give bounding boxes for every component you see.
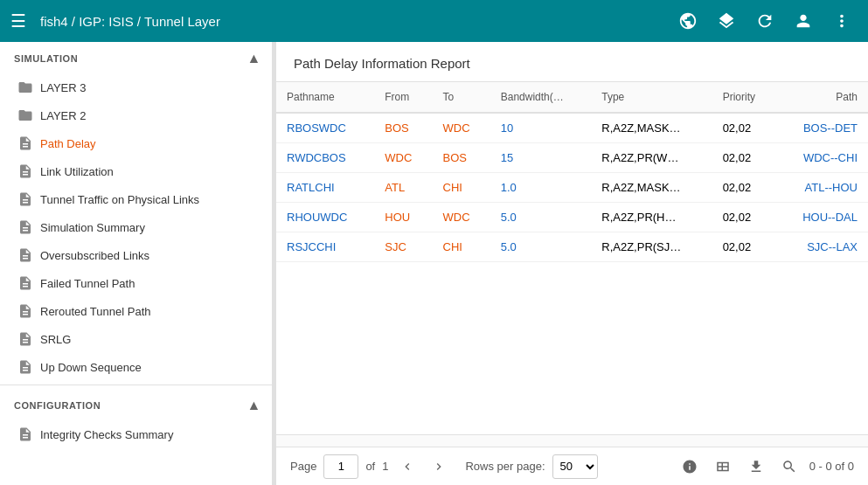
- cell-bandwidth: 10: [490, 113, 592, 143]
- sidebar-item-srlg[interactable]: SRLG: [0, 325, 272, 353]
- sidebar-item-label: LAYER 2: [40, 109, 87, 122]
- cell-path: BOS--DET: [776, 113, 868, 143]
- cell-path: WDC--CHI: [776, 143, 868, 173]
- info-button[interactable]: [677, 454, 703, 480]
- cell-path: HOU--DAL: [776, 203, 868, 232]
- cell-from: SJC: [374, 232, 432, 262]
- sidebar: SIMULATION ▲ LAYER 3 LAYER 2 Path Delay …: [0, 42, 273, 485]
- cell-priority: 02,02: [712, 113, 777, 143]
- prev-page-button[interactable]: [395, 454, 420, 479]
- configuration-section-header[interactable]: CONFIGURATION ▲: [0, 389, 272, 420]
- cell-priority: 02,02: [712, 173, 777, 203]
- download-button[interactable]: [743, 454, 769, 480]
- pagination-count: 0 - 0 of 0: [809, 460, 854, 473]
- cell-from: WDC: [374, 143, 432, 173]
- cell-pathname: RWDCBOS: [276, 143, 374, 173]
- col-priority[interactable]: Priority: [712, 82, 777, 113]
- sidebar-item-sim-summary[interactable]: Simulation Summary: [0, 213, 272, 241]
- columns-button[interactable]: [710, 454, 736, 480]
- sidebar-item-integrity-checks[interactable]: Integrity Checks Summary: [0, 420, 272, 448]
- menu-icon[interactable]: ☰: [10, 10, 26, 31]
- sidebar-item-label: Oversubscribed Links: [40, 249, 149, 262]
- content-area: Path Delay Information Report Pathname F…: [276, 42, 868, 485]
- col-bandwidth[interactable]: Bandwidth(…: [490, 82, 592, 113]
- search-button[interactable]: [776, 454, 802, 480]
- table-row: RWDCBOS WDC BOS 15 R,A2Z,PR(W… 02,02 WDC…: [276, 143, 868, 173]
- cell-type: R,A2Z,PR(H…: [591, 203, 712, 232]
- table-row: RHOUWDC HOU WDC 5.0 R,A2Z,PR(H… 02,02 HO…: [276, 203, 868, 232]
- cell-path: SJC--LAX: [776, 232, 868, 262]
- sidebar-item-path-delay[interactable]: Path Delay: [0, 129, 272, 157]
- table-container: Pathname From To Bandwidth(… Type Priori…: [276, 82, 868, 434]
- globe-icon[interactable]: [672, 5, 704, 37]
- cell-type: R,A2Z,MASK…: [591, 173, 712, 203]
- table-row: RBOSWDC BOS WDC 10 R,A2Z,MASK… 02,02 BOS…: [276, 113, 868, 143]
- sidebar-item-label: Simulation Summary: [40, 221, 145, 234]
- horizontal-scrollbar[interactable]: [276, 434, 868, 447]
- cell-priority: 02,02: [712, 232, 777, 262]
- sidebar-item-label: SRLG: [40, 333, 71, 346]
- refresh-icon[interactable]: [749, 5, 781, 37]
- sidebar-item-label: Up Down Sequence: [40, 361, 142, 374]
- configuration-collapse-icon: ▲: [247, 398, 261, 413]
- sidebar-item-rerouted-tunnel[interactable]: Rerouted Tunnel Path: [0, 297, 272, 325]
- sidebar-item-label: Failed Tunnel Path: [40, 277, 135, 290]
- sidebar-item-tunnel-traffic[interactable]: Tunnel Traffic on Physical Links: [0, 185, 272, 213]
- rows-per-page-select[interactable]: 50 25 100: [552, 454, 598, 479]
- sidebar-item-label: Integrity Checks Summary: [40, 428, 173, 441]
- sidebar-item-up-down[interactable]: Up Down Sequence: [0, 353, 272, 381]
- cell-path: ATL--HOU: [776, 173, 868, 203]
- cell-type: R,A2Z,MASK…: [591, 113, 712, 143]
- configuration-label: CONFIGURATION: [14, 400, 101, 411]
- sidebar-item-layer3[interactable]: LAYER 3: [0, 73, 272, 101]
- sidebar-item-failed-tunnel[interactable]: Failed Tunnel Path: [0, 269, 272, 297]
- sidebar-item-layer2[interactable]: LAYER 2: [0, 101, 272, 129]
- page-input[interactable]: [323, 454, 358, 479]
- simulation-label: SIMULATION: [14, 53, 78, 64]
- more-icon[interactable]: [826, 5, 858, 37]
- next-page-button[interactable]: [427, 454, 451, 479]
- cell-bandwidth: 5.0: [490, 232, 592, 262]
- report-title: Path Delay Information Report: [276, 42, 868, 82]
- topbar: ☰ fish4 / IGP: ISIS / Tunnel Layer: [0, 0, 868, 42]
- cell-to: CHI: [433, 173, 490, 203]
- cell-bandwidth: 1.0: [490, 173, 592, 203]
- page-label: Page: [290, 460, 316, 473]
- cell-from: BOS: [374, 113, 432, 143]
- sidebar-item-label: Path Delay: [40, 137, 96, 150]
- main-layout: SIMULATION ▲ LAYER 3 LAYER 2 Path Delay …: [0, 42, 868, 485]
- cell-to: CHI: [433, 232, 490, 262]
- cell-pathname: RSJCCHI: [276, 232, 374, 262]
- rows-per-page-label: Rows per page:: [465, 460, 545, 473]
- cell-type: R,A2Z,PR(SJ…: [591, 232, 712, 262]
- cell-to: WDC: [433, 203, 490, 232]
- cell-bandwidth: 15: [490, 143, 592, 173]
- simulation-collapse-icon: ▲: [247, 51, 261, 66]
- layers-icon[interactable]: [711, 5, 742, 37]
- sidebar-item-label: LAYER 3: [40, 81, 87, 94]
- page-of-label: of: [365, 460, 375, 473]
- col-path[interactable]: Path: [776, 82, 868, 113]
- cell-to: WDC: [433, 113, 490, 143]
- col-pathname[interactable]: Pathname: [276, 82, 374, 113]
- simulation-section-header[interactable]: SIMULATION ▲: [0, 42, 272, 73]
- sidebar-item-label: Rerouted Tunnel Path: [40, 305, 150, 318]
- person-icon[interactable]: [788, 5, 819, 37]
- table-row: RATLCHI ATL CHI 1.0 R,A2Z,MASK… 02,02 AT…: [276, 173, 868, 203]
- col-from[interactable]: From: [374, 82, 432, 113]
- table-row: RSJCCHI SJC CHI 5.0 R,A2Z,PR(SJ… 02,02 S…: [276, 232, 868, 262]
- cell-from: HOU: [374, 203, 432, 232]
- sidebar-item-label: Tunnel Traffic on Physical Links: [40, 193, 199, 206]
- report-table: Pathname From To Bandwidth(… Type Priori…: [276, 82, 868, 262]
- pagination-bar: Page of 1 Rows per page: 50 25 100: [276, 447, 868, 485]
- sidebar-item-link-util[interactable]: Link Utilization: [0, 157, 272, 185]
- sidebar-item-oversubscribed[interactable]: Oversubscribed Links: [0, 241, 272, 269]
- total-pages: 1: [382, 460, 388, 473]
- table-header-row: Pathname From To Bandwidth(… Type Priori…: [276, 82, 868, 113]
- col-to[interactable]: To: [433, 82, 490, 113]
- cell-pathname: RBOSWDC: [276, 113, 374, 143]
- cell-from: ATL: [374, 173, 432, 203]
- cell-bandwidth: 5.0: [490, 203, 592, 232]
- col-type[interactable]: Type: [591, 82, 712, 113]
- cell-type: R,A2Z,PR(W…: [591, 143, 712, 173]
